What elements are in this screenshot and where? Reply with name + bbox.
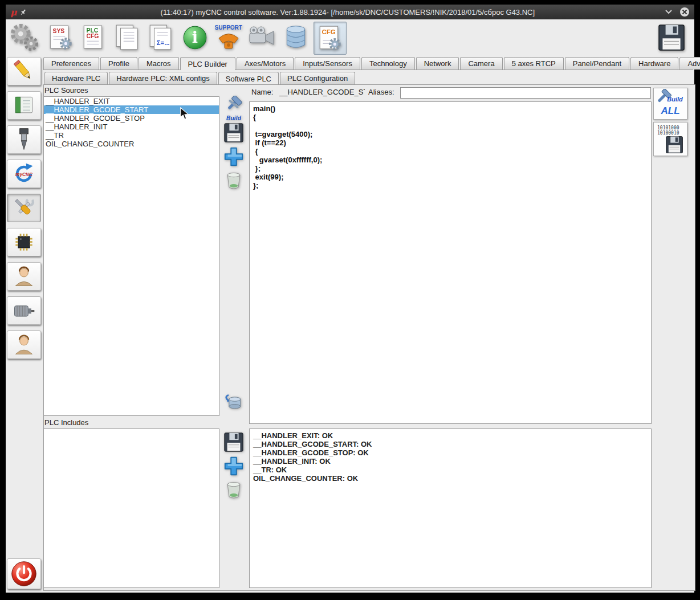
floppy-icon [223,122,245,144]
plus-icon [223,146,245,168]
binary-line-1: 10101000 [657,125,679,130]
plc-builder-subtabs: Hardware PLC Hardware PLC: XML configs S… [44,72,356,84]
pin-icon[interactable] [17,6,30,18]
bucket-icon [223,479,244,501]
camera-icon[interactable] [246,22,278,54]
add-include-button[interactable] [222,454,246,479]
plc-sources-label: PLC Sources [44,86,88,95]
name-value: __HANDLER_GCODE_START [279,87,365,98]
plc-includes-label: PLC Includes [44,418,88,427]
close-button[interactable] [678,6,691,18]
power-icon [10,560,38,587]
support-label: SUPPORT [215,25,242,31]
tab-macros[interactable]: Macros [139,57,179,70]
save-include-button[interactable] [222,430,246,455]
titlebar: μ (11:40:17) myCNC control software. Ver… [6,5,694,19]
tab-panel-pendant[interactable]: Panel/Pendant [565,57,629,70]
import-plc-button[interactable] [222,390,246,415]
barrel-hook-icon [222,390,245,414]
tab-preferences[interactable]: Preferences [43,57,99,70]
mill-tool-icon [11,127,36,152]
sidebar-log-button[interactable] [7,91,41,120]
tab-plc-builder[interactable]: PLC Builder [180,57,235,70]
plus-icon [223,455,245,477]
cfg-icon[interactable]: CFG [314,22,347,55]
settings-gears-icon[interactable] [8,22,40,54]
build-log[interactable]: __HANDLER_EXIT: OK __HANDLER_GCODE_START… [249,428,652,588]
name-label: Name: [251,87,273,98]
sys-settings-icon[interactable]: SYS [44,22,76,54]
user-icon [11,264,36,289]
sys-label: SYS [52,28,64,34]
sidebar-motor-button[interactable] [7,296,41,325]
sidebar-tool-button[interactable] [7,125,41,154]
tab-axes-motors[interactable]: Axes/Motors [237,57,294,70]
plc-code: main() { t=gvarget(5400); if (t==22) { g… [253,104,648,190]
tools-icon [11,195,36,221]
database-icon[interactable] [280,22,312,54]
save-source-button[interactable] [222,120,246,145]
shade-button[interactable] [662,6,675,18]
sidebar-edit-button[interactable] [7,57,41,85]
tab-hardware[interactable]: Hardware [630,57,678,70]
macro-wizard-icon[interactable]: Σ=... [145,22,177,54]
tab-technology[interactable]: Technology [361,57,415,70]
list-item-selected[interactable]: __HANDLER_GCODE_START [44,105,219,114]
delete-source-button[interactable] [222,168,246,193]
bucket-icon [223,170,244,191]
pencil-icon [11,59,36,84]
plc-label: PLC [86,27,98,34]
list-item[interactable]: __TR [44,131,219,140]
plc-cfg-label: CFG [86,33,99,39]
main-tab-bar: Preferences Profile Macros PLC Builder A… [43,57,693,70]
build-button[interactable]: Build [222,96,246,121]
add-source-button[interactable] [222,144,246,169]
list-item[interactable]: __HANDLER_EXIT [44,97,219,105]
user-icon [11,332,36,357]
plc-includes-list[interactable] [43,428,219,588]
list-item[interactable]: __HANDLER_INIT [44,123,219,131]
documents-icon[interactable] [112,22,144,54]
save-binary-button[interactable]: 10101000 10100010 [653,122,687,156]
sidebar-hardware-button[interactable] [7,228,41,256]
plc-code-editor[interactable]: main() { t=gvarget(5400); if (t==22) { g… [249,101,652,424]
build-all-button[interactable]: Build ALL [653,88,687,120]
save-profile-icon[interactable] [656,22,687,54]
tab-advanced[interactable]: Advanced [679,57,700,70]
sidebar-settings-button[interactable] [7,194,41,222]
tab-inputs-sensors[interactable]: Inputs/Sensors [295,57,360,70]
sidebar-mycnc-button[interactable]: myCNC [7,160,41,188]
tab-camera[interactable]: Camera [460,57,502,70]
info-icon[interactable]: i [179,22,211,54]
app-icon: μ [10,7,17,18]
build-hammer-icon: Build [222,96,246,122]
support-icon[interactable]: SUPPORT [213,22,245,54]
aliases-label: Aliases: [368,87,394,98]
list-item[interactable]: OIL_CHANGE_COUNTER [44,140,219,148]
motor-icon [11,298,36,323]
plc-cfg-icon[interactable]: PLC CFG [78,22,110,54]
tab-5-axes-rtcp[interactable]: 5 axes RTCP [504,57,564,70]
sidebar-user-button[interactable] [7,262,41,291]
floppy-icon [223,431,245,453]
subtab-plc-configuration[interactable]: PLC Configuration [280,72,355,84]
chip-icon [11,230,36,255]
tab-profile[interactable]: Profile [100,57,137,70]
list-item[interactable]: __HANDLER_GCODE_STOP [44,114,219,123]
subtab-hardware-plc-xml[interactable]: Hardware PLC: XML configs [109,72,217,84]
plc-sources-list[interactable]: __HANDLER_EXIT __HANDLER_GCODE_START __H… [43,96,219,416]
sigma-label: Σ=... [157,39,170,46]
build-log-text: __HANDLER_EXIT: OK __HANDLER_GCODE_START… [253,431,648,483]
subtab-hardware-plc[interactable]: Hardware PLC [44,72,108,84]
sidebar-operator-button[interactable] [7,330,41,359]
power-button[interactable] [7,558,41,589]
binary-floppy-icon: 10101000 10100010 [654,124,686,154]
window-title: (11:40:17) myCNC control software. Ver:1… [33,8,662,17]
subtab-software-plc[interactable]: Software PLC [218,72,279,85]
binary-line-2: 10100010 [657,130,679,136]
tab-network[interactable]: Network [416,57,459,70]
build-all-icon: Build ALL [654,89,686,119]
build-all-build-label: Build [667,96,683,103]
aliases-input[interactable] [400,87,651,99]
delete-include-button[interactable] [222,477,246,503]
